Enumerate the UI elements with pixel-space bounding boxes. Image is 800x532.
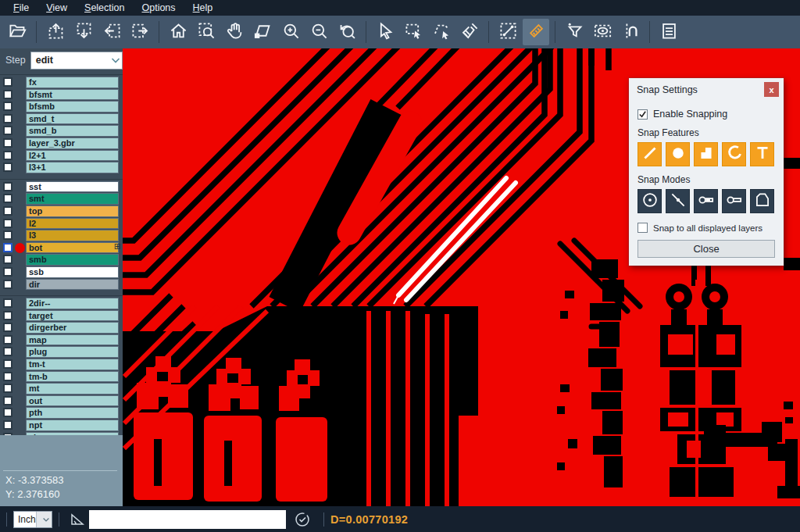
menu-item-file[interactable]: File: [5, 0, 38, 16]
mode-contour-button[interactable]: [750, 189, 774, 213]
layer-row-mt[interactable]: mt: [0, 383, 123, 395]
layer-row-smt[interactable]: smt: [0, 193, 123, 205]
layer-row-l2[interactable]: l2: [0, 218, 123, 230]
layer-label[interactable]: smt: [26, 193, 119, 205]
filter-button[interactable]: [561, 19, 588, 45]
layer-row-fx[interactable]: fx: [0, 77, 123, 89]
pan-down-button[interactable]: [70, 19, 97, 45]
select-rect-button[interactable]: [400, 19, 427, 45]
layer-row-l3+1[interactable]: l3+1: [0, 162, 123, 174]
layer-checkbox[interactable]: [3, 280, 12, 289]
close-icon[interactable]: x: [764, 82, 779, 97]
zoom-out-button[interactable]: [305, 19, 332, 45]
zoom-window-button[interactable]: [193, 19, 220, 45]
layer-checkbox[interactable]: [3, 230, 12, 240]
layer-checkbox[interactable]: [3, 384, 12, 393]
layer-checkbox[interactable]: [3, 267, 12, 277]
layer-label[interactable]: l3+1: [26, 162, 119, 173]
layer-row-plug[interactable]: plug: [0, 346, 123, 359]
layer-label[interactable]: target: [26, 310, 119, 322]
layer-checkbox[interactable]: [3, 396, 12, 405]
layer-label[interactable]: l3: [26, 230, 119, 241]
layer-row-top[interactable]: top: [0, 205, 123, 218]
layer-label[interactable]: layer_3.gbr: [26, 137, 119, 149]
layer-label[interactable]: smd_t: [26, 113, 119, 125]
layer-checkbox[interactable]: [3, 335, 12, 345]
layer-checkbox[interactable]: [3, 126, 12, 135]
layer-label[interactable]: map: [26, 334, 119, 346]
layer-row-dirgerber[interactable]: dirgerber: [0, 322, 123, 334]
layer-row-2dir--[interactable]: 2dir--: [0, 298, 123, 310]
command-input[interactable]: [89, 510, 286, 529]
menu-item-selection[interactable]: Selection: [76, 0, 133, 16]
layer-row-tm-b[interactable]: tm-b: [0, 371, 123, 384]
snap-text-button[interactable]: [750, 142, 774, 166]
layer-label[interactable]: npt: [26, 420, 119, 431]
pan-view-button[interactable]: [249, 19, 276, 45]
layer-row-tm-t[interactable]: tm-t: [0, 359, 123, 371]
menu-item-view[interactable]: View: [38, 0, 76, 16]
layer-checkbox[interactable]: [3, 206, 12, 216]
layer-label[interactable]: dirgerber: [26, 322, 119, 334]
layer-label[interactable]: sst: [26, 181, 119, 193]
layer-checkbox[interactable]: [3, 77, 12, 87]
layer-row-map[interactable]: map: [0, 334, 123, 347]
layer-label[interactable]: out: [26, 395, 119, 407]
layer-label[interactable]: ssb: [26, 266, 119, 278]
enable-snapping-row[interactable]: Enable Snapping: [638, 109, 775, 120]
layer-label[interactable]: smb: [26, 254, 119, 266]
layer-row-smd_t[interactable]: smd_t: [0, 113, 123, 126]
layer-label[interactable]: top: [26, 205, 119, 217]
ruler-button[interactable]: [523, 19, 549, 45]
layer-label[interactable]: bot: [26, 242, 119, 254]
snap-arc-button[interactable]: [722, 142, 746, 166]
mode-pad-outline-button[interactable]: [722, 189, 746, 213]
view-eye-button[interactable]: [589, 19, 616, 45]
layer-checkbox[interactable]: [3, 114, 12, 123]
layer-checkbox[interactable]: [3, 162, 12, 172]
layer-checkbox[interactable]: [3, 182, 12, 191]
layer-row-layer_3.gbr[interactable]: layer_3.gbr: [0, 137, 123, 150]
layer-checkbox[interactable]: [3, 420, 12, 430]
layer-label[interactable]: bfsmt: [26, 89, 119, 101]
layer-row-bot[interactable]: bot⊞: [0, 242, 123, 255]
zoom-previous-button[interactable]: [334, 19, 360, 45]
snap-all-layers-checkbox[interactable]: [638, 223, 648, 233]
layer-row-smb[interactable]: smb: [0, 254, 123, 266]
layer-row-target[interactable]: target: [0, 310, 123, 323]
layer-row-l2+1[interactable]: l2+1: [0, 150, 123, 162]
layer-label[interactable]: tm-t: [26, 359, 119, 370]
select-cursor-button[interactable]: [372, 19, 398, 45]
layer-label[interactable]: l2: [26, 218, 119, 230]
layer-row-pth[interactable]: pth: [0, 407, 123, 420]
pan-hand-button[interactable]: [221, 19, 248, 45]
layer-checkbox[interactable]: [3, 102, 12, 111]
home-button[interactable]: [165, 19, 191, 45]
select-poly-button[interactable]: [428, 19, 455, 45]
pan-up-button[interactable]: [42, 19, 69, 45]
step-select[interactable]: edit: [30, 52, 123, 70]
measure-line-button[interactable]: [495, 19, 521, 45]
layer-row-dir[interactable]: dir: [0, 279, 123, 291]
layer-row-sst[interactable]: sst: [0, 181, 123, 194]
net-loop-button[interactable]: [617, 19, 644, 45]
layer-label[interactable]: 2dir--: [26, 298, 119, 309]
pan-right-button[interactable]: [127, 19, 153, 45]
mode-line-point-button[interactable]: [666, 189, 690, 213]
layer-label[interactable]: dir: [26, 279, 119, 291]
snap-all-layers-row[interactable]: Snap to all displayed layers: [638, 223, 775, 233]
layer-checkbox[interactable]: [3, 372, 12, 381]
report-button[interactable]: [655, 19, 682, 45]
layer-checkbox[interactable]: [3, 138, 12, 148]
menu-item-help[interactable]: Help: [184, 0, 222, 16]
layer-checkbox[interactable]: [3, 359, 12, 369]
layer-checkbox[interactable]: [3, 151, 12, 160]
layer-checkbox[interactable]: [3, 243, 12, 252]
layer-row-out[interactable]: out: [0, 395, 123, 408]
layer-label[interactable]: bfsmb: [26, 101, 119, 112]
layer-label[interactable]: fx: [26, 77, 119, 88]
layer-checkbox[interactable]: [3, 219, 12, 228]
layer-checkbox[interactable]: [3, 323, 12, 332]
layer-row-bfsmb[interactable]: bfsmb: [0, 101, 123, 113]
layer-checkbox[interactable]: [3, 255, 12, 264]
